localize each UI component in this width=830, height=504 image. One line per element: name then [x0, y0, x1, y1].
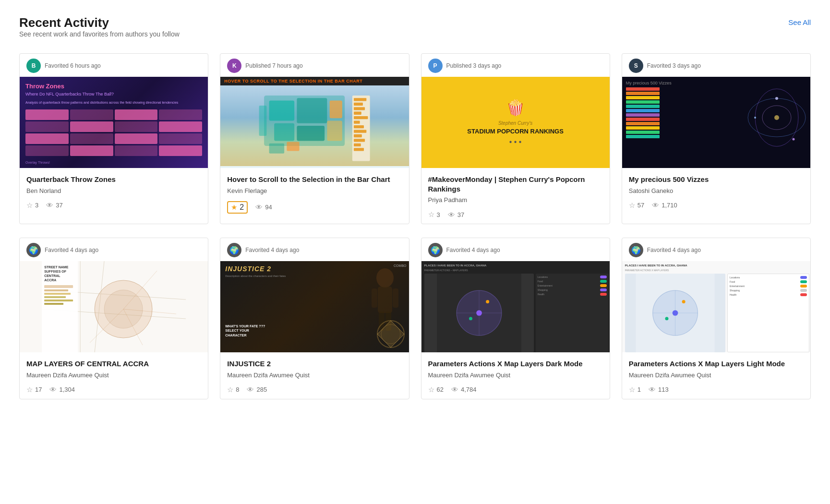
- svg-rect-22: [354, 148, 364, 151]
- card-3-stats: ☆ 3 👁 37: [428, 210, 603, 219]
- svg-rect-50: [44, 300, 73, 301]
- card-4-thumbnail[interactable]: My precious 500 Vizzes: [622, 77, 810, 168]
- card-7-map: [424, 274, 534, 352]
- card-2-thumb-map: [220, 85, 409, 166]
- card-6-thumbnail[interactable]: INJUSTICE 2 Description about the charac…: [220, 261, 409, 352]
- svg-point-66: [476, 310, 482, 316]
- star-icon[interactable]: ☆: [629, 385, 635, 394]
- param-label: Entertainment: [538, 284, 599, 287]
- card-3-title: #MakeoverMonday | Stephen Curry's Popcor…: [428, 175, 603, 193]
- card-7-controls: Locations Food Entertainment: [536, 274, 609, 352]
- card-2-thumbnail[interactable]: HOVER TO SCROLL TO THE SELECTION IN THE …: [220, 77, 409, 168]
- activity-grid: B Favorited 6 hours ago Throw Zones Wher…: [19, 53, 811, 399]
- svg-rect-21: [354, 144, 361, 146]
- zone-cell: [25, 145, 69, 156]
- zone-cell: [70, 121, 113, 132]
- card-4-star-count: 57: [638, 202, 644, 209]
- param-label: Shopping: [538, 288, 599, 291]
- card-1-meta: B Favorited 6 hours ago: [20, 54, 208, 77]
- star-icon[interactable]: ☆: [428, 210, 434, 219]
- card-4-meta-text: Favorited 3 days ago: [647, 62, 701, 69]
- card-4-view-stat: 👁 1,710: [652, 201, 677, 209]
- card-6-combo: COMBO: [394, 264, 406, 267]
- param-row: Health: [538, 293, 607, 296]
- zone-cell: [159, 145, 202, 156]
- svg-point-29: [774, 115, 779, 120]
- card-1-thumbnail[interactable]: Throw Zones Where Do NFL Quarterbacks Th…: [20, 77, 208, 168]
- svg-rect-12: [354, 103, 363, 106]
- star-icon[interactable]: ☆: [227, 385, 233, 394]
- card-3-view-stat: 👁 37: [448, 211, 464, 219]
- card-3-dots: • • •: [509, 138, 522, 146]
- param-row: Food: [538, 280, 607, 283]
- param-label: Food: [538, 280, 599, 283]
- card-8-map-svg: [625, 274, 725, 352]
- svg-rect-8: [287, 142, 300, 151]
- card-2: K Published 7 hours ago HOVER TO SCROLL …: [220, 53, 409, 224]
- card-3-author: Priya Padham: [428, 196, 603, 204]
- param-row: Health: [730, 293, 807, 296]
- card-1-thumb-footer: Overlay Throws!: [25, 161, 202, 164]
- card-1-stats: ☆ 3 👁 37: [26, 201, 201, 210]
- card-5-thumbnail[interactable]: STREET NAME SUFFIXES OF CENTRAL ACCRA DA…: [20, 261, 208, 352]
- star-icon[interactable]: ☆: [26, 385, 33, 394]
- card-7-author: Maureen Dzifa Awumee Quist: [428, 372, 603, 379]
- card-3: P Published 3 days ago 🍿 Stephen Curry's…: [421, 53, 610, 224]
- card-4: S Favorited 3 days ago My precious 500 V…: [622, 53, 811, 224]
- card-2-info: Hover to Scroll to the Selection in the …: [220, 168, 409, 218]
- card-2-avatar: K: [227, 59, 241, 73]
- param-toggle: [600, 284, 607, 287]
- card-6-thumb-title: INJUSTICE 2: [225, 265, 271, 273]
- param-row: Entertainment: [538, 284, 607, 287]
- param-row: Shopping: [538, 288, 607, 291]
- svg-rect-20: [354, 139, 365, 142]
- card-5-view-count: 1,304: [59, 386, 75, 393]
- card-7-star-stat: ☆ 62: [428, 385, 444, 394]
- star-icon[interactable]: ☆: [629, 201, 635, 210]
- see-all-link[interactable]: See All: [788, 15, 811, 26]
- card-4-title: My precious 500 Vizzes: [629, 175, 804, 184]
- card-3-thumbnail[interactable]: 🍿 Stephen Curry's STADIUM POPCORN RANKIN…: [421, 77, 610, 168]
- card-2-favorited-badge[interactable]: ★ 2: [227, 201, 248, 214]
- card-3-star-count: 3: [437, 211, 440, 218]
- zone-cell: [159, 121, 202, 132]
- svg-rect-48: [44, 293, 71, 295]
- card-6-thumb-desc: Description about the characters and the…: [225, 275, 286, 277]
- card-5-view-stat: 👁 1,304: [49, 385, 75, 394]
- svg-text:ACCRA: ACCRA: [44, 278, 56, 282]
- card-7-info: Parameters Actions X Map Layers Dark Mod…: [421, 352, 610, 399]
- card-1-star-stat: ☆ 3: [26, 201, 38, 210]
- card-5-star-count: 17: [35, 386, 42, 393]
- card-3-info: #MakeoverMonday | Stephen Curry's Popcor…: [421, 168, 610, 224]
- card-8-star-count: 1: [638, 386, 641, 393]
- card-8-thumb-title: PLACES I HAVE BEEN TO IN ACCRA, GHANA: [625, 264, 807, 267]
- svg-rect-7: [269, 144, 285, 154]
- card-4-color-bars: [626, 87, 660, 138]
- card-7-thumbnail[interactable]: PLACES I HAVE BEEN TO IN ACCRA, GHANA PA…: [421, 261, 610, 352]
- card-8-thumbnail[interactable]: PLACES I HAVE BEEN TO IN ACCRA, GHANA PA…: [622, 261, 810, 352]
- card-2-view-stat: 👁 94: [255, 203, 272, 211]
- card-8-grid: Locations Food Entertainment: [625, 274, 807, 352]
- zone-cell: [25, 109, 69, 120]
- card-3-popcorn-title: STADIUM POPCORN RANKINGS: [467, 128, 564, 135]
- card-2-meta: K Published 7 hours ago: [220, 54, 409, 77]
- card-8-view-count: 113: [658, 386, 669, 393]
- card-4-orbit-svg: [746, 82, 808, 154]
- svg-text:CENTRAL: CENTRAL: [44, 274, 60, 277]
- star-icon[interactable]: ☆: [26, 201, 33, 210]
- card-8-info: Parameters Actions X Map Layers Light Mo…: [622, 352, 810, 399]
- card-8-view-stat: 👁 113: [649, 385, 669, 394]
- card-6-stats: ☆ 8 👁 285: [227, 385, 402, 394]
- card-5-info: MAP LAYERS OF CENTRAL ACCRA Maureen Dzif…: [20, 352, 208, 399]
- card-7-stats: ☆ 62 👁 4,784: [428, 385, 603, 394]
- eye-icon: 👁: [46, 201, 53, 209]
- star-icon[interactable]: ☆: [428, 385, 434, 394]
- param-label: Food: [730, 280, 799, 283]
- card-7-avatar: 🌍: [428, 243, 443, 257]
- card-6-view-count: 285: [256, 386, 267, 393]
- svg-rect-47: [44, 289, 68, 291]
- card-7: 🌍 Favorited 4 days ago PLACES I HAVE BEE…: [421, 238, 610, 399]
- card-7-sub: PARAMETER ACTIONS – MAP LAYERS: [424, 269, 607, 272]
- star-filled-icon: ★: [231, 203, 237, 212]
- svg-rect-1: [269, 101, 295, 121]
